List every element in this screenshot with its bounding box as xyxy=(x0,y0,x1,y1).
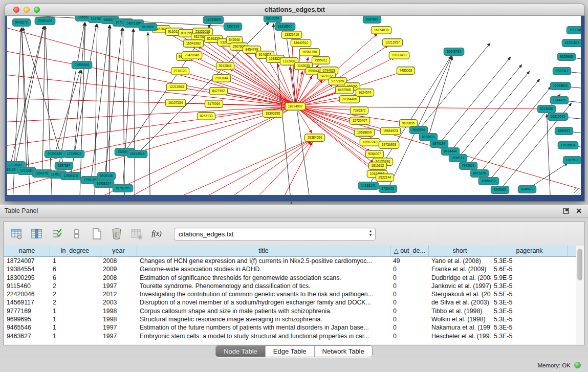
function-builder-icon[interactable]: f(x) xyxy=(150,227,163,240)
graph-node[interactable]: 9245652 xyxy=(491,186,509,194)
graph-node[interactable]: 6879197 xyxy=(430,140,448,148)
network-canvas[interactable]: 1872400719384554183002957463822916012889… xyxy=(7,16,581,195)
graph-node[interactable]: 8267130 xyxy=(197,113,215,120)
graph-node[interactable]: 18724007 xyxy=(285,103,305,111)
graph-node[interactable]: 2522144 xyxy=(376,174,394,182)
graph-node[interactable]: 9329968 xyxy=(557,53,575,61)
graph-node[interactable]: 1733426 xyxy=(379,185,397,193)
column-header-name[interactable]: name xyxy=(4,246,50,256)
graph-node[interactable]: 2935114 xyxy=(449,155,467,162)
graph-node[interactable]: 9699695 xyxy=(399,120,417,127)
network-graph[interactable]: 1872400719384554183002957463822916012889… xyxy=(7,16,581,195)
tab-edge-table[interactable]: Edge Table xyxy=(266,346,315,357)
graph-node[interactable]: 9405572 xyxy=(12,19,30,27)
graph-node[interactable]: 6497568 xyxy=(335,86,353,94)
column-header-short[interactable]: short xyxy=(429,246,491,256)
graph-node[interactable]: 1599297 xyxy=(555,127,573,135)
graph-node[interactable]: 8471876 xyxy=(470,170,488,178)
table-row[interactable]: 911546021997Tourette syndrome. Phenomeno… xyxy=(4,282,576,290)
table-row[interactable]: 977716911998Corpus callosum shape and si… xyxy=(4,307,576,315)
graph-node[interactable]: 7357224 xyxy=(224,23,242,31)
graph-node[interactable]: 7932621 xyxy=(459,162,477,170)
graph-node[interactable]: 18640910 xyxy=(291,39,311,47)
column-header-year[interactable]: year xyxy=(100,246,137,256)
graph-node[interactable]: 9242848 xyxy=(216,62,234,70)
splitter-handle-icon[interactable]: ▴ xyxy=(290,200,293,205)
graph-node[interactable]: 18300295 xyxy=(263,110,282,118)
graph-node[interactable]: 8813054 xyxy=(264,16,281,22)
graph-node[interactable]: 19756928 xyxy=(379,141,399,149)
table-row[interactable]: 946362711997Embryonic stem cells: a mode… xyxy=(4,332,576,340)
graph-node[interactable]: 10654112 xyxy=(478,178,498,185)
close-panel-icon[interactable]: ✕ xyxy=(576,207,582,214)
graph-node[interactable]: 7515526 xyxy=(139,24,157,31)
graph-node[interactable]: 9084007 xyxy=(365,150,383,158)
table-row[interactable]: 1938455462009Genome-wide association stu… xyxy=(4,265,576,273)
table-row[interactable]: 969969511998Structural magnetic resonanc… xyxy=(4,315,576,323)
graph-node[interactable]: 12093832 xyxy=(550,82,570,90)
graph-node[interactable]: 8427552 xyxy=(209,87,227,95)
graph-node[interactable]: 1117246 xyxy=(567,27,581,34)
graph-node[interactable]: 16107554 xyxy=(165,99,185,107)
graph-node[interactable]: 9245072 xyxy=(518,186,536,193)
table-vertical-scrollbar[interactable] xyxy=(576,246,584,344)
column-header-pagerank[interactable]: pagerank xyxy=(491,246,568,256)
graph-node[interactable]: 15812948 xyxy=(127,150,147,158)
graph-node[interactable]: 9227341 xyxy=(553,68,571,75)
tab-network-table[interactable]: Network Table xyxy=(315,346,372,357)
tab-node-table[interactable]: Node Table xyxy=(216,346,266,357)
scrollbar-thumb[interactable] xyxy=(577,249,582,280)
show-columns-icon[interactable] xyxy=(30,227,43,240)
resize-grip-icon[interactable] xyxy=(574,188,580,194)
graph-node[interactable]: 23420046 xyxy=(182,52,202,59)
graph-node[interactable]: 16154838 xyxy=(371,27,391,34)
graph-node[interactable]: 1815152 xyxy=(368,162,386,170)
graph-node[interactable]: 16958107 xyxy=(94,180,114,188)
graph-node[interactable]: 14136141 xyxy=(358,182,378,190)
column-header-in_degree[interactable]: in_degree xyxy=(50,246,100,256)
graph-node[interactable]: 16210643 xyxy=(548,113,568,121)
graph-node[interactable]: 2718120 xyxy=(171,68,189,75)
graph-node[interactable]: 9397587 xyxy=(55,162,73,170)
graph-node[interactable]: 20691406 xyxy=(35,17,55,25)
window-titlebar[interactable]: citations_edges.txt xyxy=(5,4,584,16)
graph-node[interactable]: 3624574 xyxy=(356,89,374,97)
table-row[interactable]: 946554611997Estimation of the future num… xyxy=(4,323,576,332)
graph-node[interactable]: 16782759 xyxy=(113,185,133,192)
table-row[interactable]: 1830029562008Estimation of significance … xyxy=(4,274,576,282)
table-row[interactable]: 2242004622012Investigating the contribut… xyxy=(4,290,576,298)
column-header-title[interactable]: title xyxy=(137,246,390,256)
graph-node[interactable]: 21905346 xyxy=(72,61,92,69)
new-table-icon[interactable] xyxy=(90,227,103,240)
graph-node[interactable]: 16648784 xyxy=(444,48,464,56)
graph-node[interactable]: 5905136 xyxy=(97,172,115,180)
graph-node[interactable]: 15720407 xyxy=(350,117,369,125)
graph-node[interactable]: 1939155 xyxy=(7,166,18,174)
graph-node[interactable]: 19384554 xyxy=(304,134,324,142)
column-header-out_de[interactable]: △ out_de... xyxy=(390,246,429,256)
graph-node[interactable]: 13325419 xyxy=(281,31,301,39)
table-source-select[interactable]: citations_edges.txt ▲▼ xyxy=(174,228,376,240)
graph-node[interactable]: 20206536 xyxy=(45,150,64,158)
graph-node[interactable]: 16961758 xyxy=(299,49,319,56)
graph-node[interactable]: 15751874 xyxy=(562,39,581,47)
graph-node[interactable]: 7386372 xyxy=(350,107,368,115)
graph-node[interactable]: 12505115 xyxy=(60,172,80,180)
delete-rows-icon[interactable] xyxy=(110,227,123,240)
graph-node[interactable]: 10688609 xyxy=(354,129,374,137)
table-row[interactable]: 1456911722003Disruption of a novel membe… xyxy=(4,298,576,307)
table-row[interactable]: 1872400712008Changes of HCN gene express… xyxy=(4,257,576,265)
graph-node[interactable]: 8938923 xyxy=(419,134,437,141)
graph-node[interactable]: 10973493 xyxy=(389,52,409,59)
table-settings-icon[interactable] xyxy=(10,227,24,240)
graph-node[interactable]: 9215958 xyxy=(537,105,555,113)
graph-node[interactable]: 9170064 xyxy=(205,100,223,108)
float-panel-icon[interactable] xyxy=(563,208,569,214)
graph-node[interactable]: 1167533 xyxy=(563,157,581,164)
graph-node[interactable]: 1244415 xyxy=(550,97,568,104)
graph-node[interactable]: 7485063 xyxy=(397,67,415,75)
graph-node[interactable]: 17016504 xyxy=(558,142,578,149)
graph-node[interactable]: 1640954 xyxy=(409,126,427,134)
graph-node[interactable]: 18907243 xyxy=(360,139,380,146)
graph-node[interactable]: 7955812 xyxy=(312,57,330,64)
